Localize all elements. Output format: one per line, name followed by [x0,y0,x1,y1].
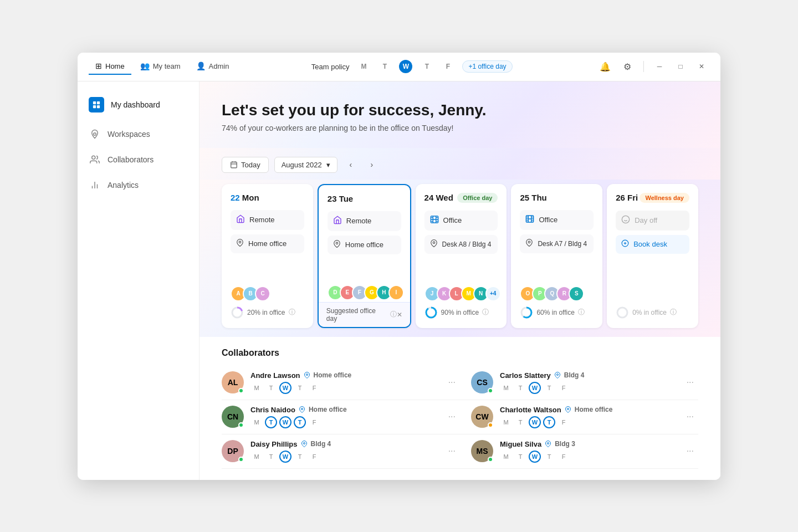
svg-point-4 [94,132,96,135]
maximize-button[interactable]: □ [673,59,688,74]
book-desk-fri[interactable]: Book desk [616,235,689,254]
sidebar-item-analytics[interactable]: Analytics [78,172,199,198]
info-icon-thu: ⓘ [578,308,585,317]
day-header-mon: 22 Mon [231,193,304,202]
day-card-mon: 22 Mon Remote Home office [222,184,313,328]
location-tue[interactable]: Home office [328,236,401,254]
work-mode-thu[interactable]: Office [520,210,594,230]
policy-day-w: W [399,60,412,73]
collab-name-charlotte: Charlotte Waltson Home office [500,406,676,414]
collab-menu-andre[interactable]: ··· [444,375,460,390]
work-mode-tue[interactable]: Remote [328,211,401,231]
day-card-tue: 23 Tue Remote Home office [318,184,411,328]
avatar-9: I [388,285,404,300]
collab-info-miguel: Miguel Silva Bldg 3 M T W T F [500,440,676,463]
sidebar-item-collaborators[interactable]: Collaborators [78,147,199,172]
collab-menu-charlotte[interactable]: ··· [682,410,698,424]
avatar-andre: AL [222,371,244,393]
settings-gear[interactable]: ⚙ [619,58,636,75]
nav-tabs: ⊞ Home 👥 My team 👤 Admin [89,58,236,75]
sidebar-item-workspaces[interactable]: Workspaces [78,121,199,147]
collab-menu-chris[interactable]: ··· [444,410,460,424]
location-thu[interactable]: Desk A7 / Bldg 4 [520,234,594,253]
work-mode-wed[interactable]: Office [424,211,498,231]
work-mode-mon[interactable]: Remote [231,210,304,230]
notification-bell[interactable]: 🔔 [597,58,613,75]
sidebar-item-dashboard[interactable]: My dashboard [78,90,199,119]
svg-point-27 [622,216,630,223]
day-header-tue: 23 Tue [328,194,401,203]
avatar-3: C [255,286,270,301]
day-header-thu: 25 Thu [520,193,594,202]
workspaces-icon [89,128,101,140]
day-header-wed: 24 Wed Office day [424,193,498,203]
avatar-charlotte: CW [471,406,493,428]
collab-days-daisy: M T W T F [250,451,437,463]
svg-point-38 [303,443,305,444]
day-label-thu: 25 Thu [520,193,546,202]
info-icon-wed: ⓘ [482,308,489,317]
suggested-info-icon: ⓘ [390,310,397,319]
status-dot-miguel [488,457,493,462]
avatars-fri [616,286,689,301]
prev-month-button[interactable]: ‹ [343,157,359,172]
collab-info-daisy: Daisy Phillips Bldg 4 M T W T F [250,440,437,463]
day-m: M [250,382,263,394]
next-month-button[interactable]: › [364,157,380,172]
location-mon[interactable]: Home office [231,234,304,253]
day-t: T [265,382,277,394]
svg-point-35 [556,374,558,376]
content-area: Let's set you up for success, Jenny. 74%… [200,81,720,480]
work-mode-fri[interactable]: Day off [616,211,689,231]
suggested-close-button[interactable]: ✕ [397,311,402,319]
close-button[interactable]: ✕ [694,59,709,74]
day-t2: T [294,382,306,394]
collab-info-chris: Chris Naidoo Home office M T W T F [250,406,437,428]
avatars-mon: A B C [231,286,304,301]
window-actions: 🔔 ⚙ ─ □ ✕ [597,58,709,75]
pct-wed: 90% in office [441,309,479,316]
collab-item-charlotte: CW Charlotte Waltson Home office M [460,400,698,434]
svg-point-5 [92,156,95,159]
day-card-thu: 25 Thu Office Desk A7 / Bldg 4 [511,184,602,328]
status-dot-chris [238,422,244,428]
avatars-thu: O P Q R S [520,286,594,301]
collab-name-carlos: Carlos Slattery Bldg 4 [500,371,676,380]
collaborators-section: Collaborators AL Andre Lawson Home o [200,337,720,480]
collab-item-miguel: MS Miguel Silva Bldg 3 M T [460,434,698,469]
status-dot-charlotte [488,422,493,428]
collab-menu-daisy[interactable]: ··· [444,444,460,458]
month-picker[interactable]: August 2022 ▾ [274,157,337,173]
tab-home[interactable]: ⊞ Home [89,58,131,75]
policy-day-t2: T [420,60,433,73]
dashboard-icon [89,97,104,112]
info-icon-fri: ⓘ [670,308,677,317]
collab-menu-carlos[interactable]: ··· [682,375,698,390]
day-label-wed: 24 Wed [424,193,453,202]
in-office-mon: 20% in office ⓘ [231,306,304,319]
svg-rect-9 [231,162,237,168]
svg-point-36 [301,408,303,410]
calendar-nav: Today August 2022 ▾ ‹ › [200,148,720,180]
svg-point-24 [529,241,531,243]
pct-fri: 0% in office [632,309,667,316]
collaborators-grid: AL Andre Lawson Home office M T [222,366,698,469]
collab-info-andre: Andre Lawson Home office M T W T F [250,371,437,394]
tab-my-team[interactable]: 👥 My team [134,58,187,75]
today-button[interactable]: Today [222,157,269,173]
avatar-count-wed: +4 [485,286,501,301]
avatar-miguel: MS [471,440,493,462]
pin-icon-thu [525,239,533,249]
collab-item-carlos: CS Carlos Slattery Bldg 4 M T [460,366,698,400]
in-office-fri: 0% in office ⓘ [616,306,689,319]
sidebar: My dashboard Workspaces Collaborators An… [78,81,200,480]
avatars-tue: D E F G H I [328,285,401,300]
collab-days-chris: M T W T F [250,416,437,428]
location-wed[interactable]: Desk A8 / Bldg 4 [424,235,498,254]
office-icon-wed [430,215,439,226]
collab-menu-miguel[interactable]: ··· [682,444,698,458]
tab-admin[interactable]: 👤 Admin [190,58,236,75]
svg-rect-3 [97,105,100,108]
avatar-chris: CN [222,406,244,428]
minimize-button[interactable]: ─ [652,59,667,74]
